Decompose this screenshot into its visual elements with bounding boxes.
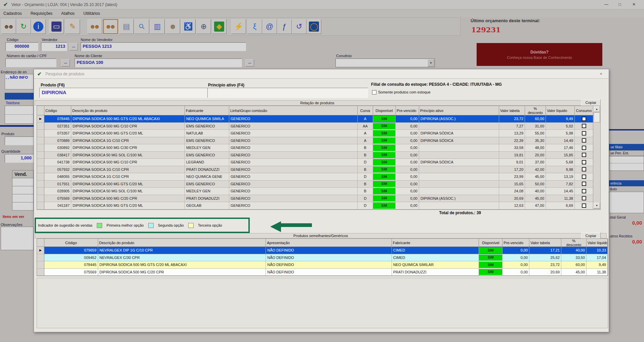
- produto-f6-input[interactable]: DIPIRONA: [39, 88, 209, 98]
- table-row[interactable]: 030892DIPIRONA SODICA 500 MG C/30 CPRMED…: [37, 144, 600, 152]
- consumo-checkbox[interactable]: [582, 153, 586, 157]
- scroll-down-icon[interactable]: ▼: [594, 203, 600, 208]
- scrollbar-thumb[interactable]: [594, 112, 600, 122]
- menu-item-requisições[interactable]: Requisições: [31, 11, 52, 16]
- header-cell[interactable]: Descrição do produto: [71, 106, 185, 115]
- cartao-input[interactable]: [5, 59, 56, 67]
- table-row[interactable]: 027351DIPIRONA SODICA 500 MG C/10 CPREMS…: [37, 123, 600, 130]
- consumo-checkbox[interactable]: [582, 117, 586, 121]
- quantidade-input[interactable]: 1,000: [5, 154, 34, 163]
- somente-estoque-checkbox[interactable]: [372, 90, 376, 94]
- header-cell[interactable]: Código: [44, 106, 71, 115]
- consumo-checkbox[interactable]: [582, 167, 586, 172]
- observacoes-box[interactable]: [1, 227, 34, 250]
- header-cell[interactable]: Pre-vencido: [396, 106, 419, 115]
- cliente-lookup-button[interactable]: ...: [245, 59, 254, 67]
- menu-item-cadastros[interactable]: Cadastros: [3, 11, 22, 16]
- customers-icon[interactable]: ☻☻: [1, 19, 16, 34]
- header-cell[interactable]: Curva: [358, 106, 373, 115]
- header-cell[interactable]: Consumo: [575, 106, 593, 115]
- header-cell[interactable]: Linha\Grupo comissão: [229, 106, 358, 115]
- header-cell[interactable]: Valor líquido: [587, 239, 608, 247]
- header-cell[interactable]: Apresentação: [266, 239, 392, 247]
- principio-ativo-input[interactable]: [207, 88, 368, 98]
- recycle-icon[interactable]: ↺: [292, 19, 307, 34]
- produto-input[interactable]: [5, 137, 34, 145]
- table-row[interactable]: 038417DIPIRONA SODICA 50 MG SOL C/100 ML…: [37, 152, 600, 159]
- edit-pencil-icon[interactable]: ✎: [65, 19, 80, 34]
- convenio-select[interactable]: ▼: [335, 59, 435, 67]
- header-cell[interactable]: Valor tabela: [529, 239, 561, 247]
- header-cell[interactable]: Valor tabela: [499, 106, 525, 115]
- menu-item-utilitários[interactable]: Utilitários: [83, 11, 100, 16]
- consumo-checkbox[interactable]: [582, 160, 586, 164]
- scroll-up-icon[interactable]: ▲: [594, 106, 600, 112]
- codigo-input[interactable]: 000000: [5, 42, 38, 51]
- header-cell[interactable]: Fabricante: [185, 106, 229, 115]
- table-row[interactable]: 078445DIPIRONA SODICA 500 MG GTS C/20 ML…: [37, 261, 608, 269]
- consumo-checkbox[interactable]: [582, 196, 586, 200]
- estoque-tabs[interactable]: ue Pen. Ent.: [609, 150, 644, 156]
- dialog-close-icon[interactable]: ×: [597, 71, 605, 77]
- table-row[interactable]: 009452NEVRALGEX C/30 CPRNÃO DEFINIDOCIME…: [37, 254, 608, 262]
- table-row[interactable]: 048055DIPIRONA SODICA 1G C/10 CPRNEO QUI…: [37, 173, 600, 181]
- search-icon[interactable]: ⚲: [134, 19, 149, 34]
- f-logo-icon[interactable]: ƒ: [277, 19, 292, 34]
- wheelchair-icon[interactable]: ♿: [181, 19, 196, 34]
- maximize-button[interactable]: □: [614, 1, 625, 8]
- header-cell[interactable]: %desconto: [525, 106, 546, 115]
- table-row[interactable]: 075569DIPIRONA SODICA 500 MG C/20 CPRPRA…: [37, 195, 600, 202]
- dialog-titlebar[interactable]: ✔ Pesquisa de produtos ×: [34, 69, 609, 79]
- vendedor-input[interactable]: 1213: [41, 42, 67, 51]
- group-icon[interactable]: ☻☻: [87, 19, 102, 34]
- table-row[interactable]: 075569DIPIRONA SODICA 500 MG C/20 CPRNÃO…: [37, 269, 608, 276]
- header-cell[interactable]: Fabricante: [392, 239, 479, 247]
- cartao-lookup-button[interactable]: ...: [61, 59, 70, 67]
- consumo-checkbox[interactable]: [582, 189, 586, 193]
- book-icon[interactable]: ▥: [150, 19, 165, 34]
- header-cell[interactable]: Código: [44, 239, 98, 247]
- dna-icon[interactable]: ξ: [247, 19, 262, 34]
- globe-cart-icon[interactable]: ⊕: [196, 19, 211, 34]
- consumo-checkbox[interactable]: [582, 203, 586, 208]
- nome-cliente-input[interactable]: PESSOA 100: [75, 59, 242, 67]
- consumo-checkbox[interactable]: [582, 138, 586, 143]
- header-cell[interactable]: Disponível: [479, 239, 502, 247]
- consumo-checkbox[interactable]: [582, 175, 586, 179]
- table-row[interactable]: 017551DIPIRONA SODICA 500 MG GTS C/20 ML…: [37, 181, 600, 188]
- header-cell[interactable]: Descrição do produto: [98, 239, 266, 247]
- ring-icon[interactable]: ◯: [307, 19, 321, 34]
- runner-icon[interactable]: ⚡: [231, 19, 246, 34]
- table-row[interactable]: ▶079659NEVRALGEX DIP 1G C/10 CPRNÃO DEFI…: [37, 247, 608, 254]
- nome-vendedor-input[interactable]: PESSOA 1213: [81, 42, 246, 51]
- chevron-down-icon[interactable]: ▼: [428, 59, 434, 67]
- user-icon[interactable]: ☻: [165, 19, 180, 34]
- copiar-button-main[interactable]: Copiar: [581, 99, 601, 106]
- header-cell[interactable]: Princípio ativo: [419, 106, 499, 115]
- vendedor-lookup-button[interactable]: ...: [69, 43, 78, 50]
- table-row[interactable]: ▶078445DIPIRONA SODICA 500 MG GTS C/20 M…: [37, 115, 600, 123]
- brazil-flag-icon[interactable]: ◆: [212, 19, 227, 34]
- group-select-icon[interactable]: ☻☻: [103, 19, 118, 34]
- header-cell[interactable]: Valor líquido: [546, 106, 575, 115]
- table-row[interactable]: 041187DIPIRONA SODICA 500 MG GTS C/20 ML…: [37, 202, 600, 210]
- menu-item-atalhos[interactable]: Atalhos: [61, 11, 75, 16]
- table-row[interactable]: 041738DIPIRONA SODICA 500 MG C/10 CPRLEG…: [37, 159, 600, 166]
- main-table-scrollbar[interactable]: ▲ ▼: [593, 106, 601, 209]
- minimize-button[interactable]: —: [601, 1, 612, 8]
- table-row[interactable]: 057932DIPIRONA SODICA 1G C/10 CPRPRATI D…: [37, 166, 600, 174]
- copy-doc-icon[interactable]: ▤: [119, 19, 134, 34]
- table-row[interactable]: 073357DIPIRONA SODICA 500 MG GTS C/20 ML…: [37, 130, 600, 137]
- copiar-button-similar[interactable]: Copiar: [581, 232, 601, 239]
- header-cell[interactable]: %desconto: [561, 239, 587, 247]
- sync-icon[interactable]: ↻: [16, 19, 31, 34]
- knowledge-base-banner[interactable]: Dúvidas? Conheça nossa Base de Conhecime…: [477, 43, 602, 66]
- header-cell[interactable]: Disponível: [373, 106, 396, 115]
- info-icon[interactable]: i: [31, 19, 46, 34]
- consumo-checkbox[interactable]: [582, 124, 586, 128]
- table-row[interactable]: 070889DIPIRONA SODICA 1G C/10 CPREMS GEN…: [37, 137, 600, 145]
- save-icon[interactable]: ▭: [49, 19, 64, 34]
- consumo-checkbox[interactable]: [582, 146, 586, 150]
- header-cell[interactable]: Pre-vencido: [502, 239, 529, 247]
- close-button[interactable]: ✕: [629, 1, 639, 8]
